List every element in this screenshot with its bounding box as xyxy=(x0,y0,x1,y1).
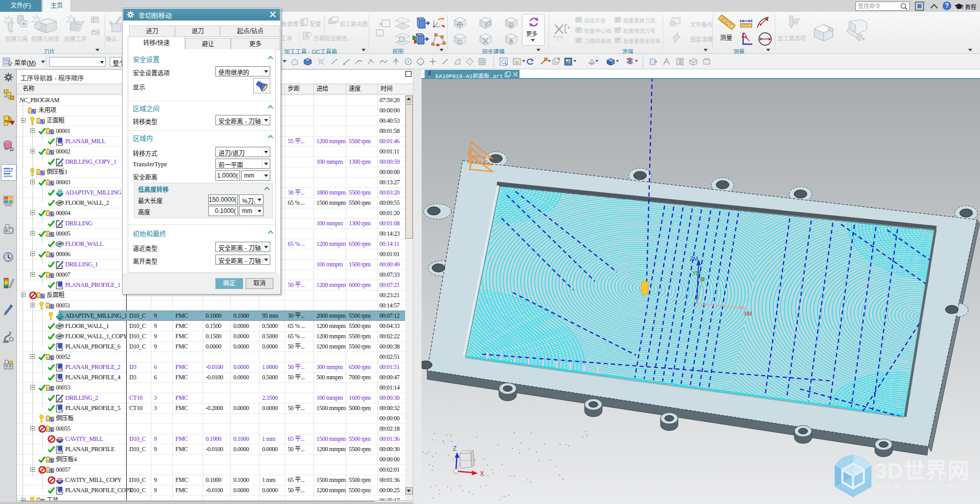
svg-text:YM: YM xyxy=(692,270,701,276)
svg-text:x: x xyxy=(568,25,570,30)
svg-text:ZM: ZM xyxy=(690,256,698,262)
svg-text:X: X xyxy=(480,470,484,477)
svg-text:XM: XM xyxy=(744,311,752,317)
svg-text:...: ... xyxy=(675,24,678,27)
svg-text:x: x xyxy=(556,37,558,41)
svg-text:Z: Z xyxy=(453,445,456,452)
